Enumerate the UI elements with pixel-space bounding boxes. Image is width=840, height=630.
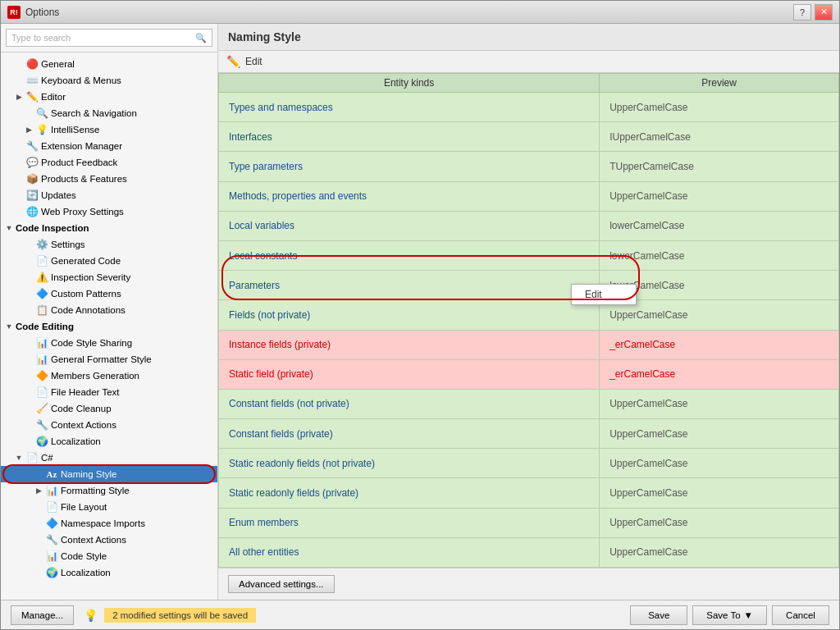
- sidebar-label: File Layout: [61, 502, 107, 512]
- sidebar-label: Keyboard & Menus: [41, 75, 121, 85]
- naming-icon: Az: [45, 468, 58, 481]
- advanced-button[interactable]: Advanced settings...: [228, 575, 335, 593]
- sidebar-item-context[interactable]: 🔧 Context Actions: [1, 417, 217, 433]
- status-info: 💡 2 modified settings will be saved: [84, 608, 630, 623]
- naming-style-row-wrapper: Az Naming Style: [1, 466, 217, 482]
- sidebar-item-cs-context[interactable]: 🔧 Context Actions: [1, 532, 217, 548]
- expander: [14, 207, 24, 217]
- save-button[interactable]: Save: [630, 605, 687, 625]
- sidebar-item-ci-settings[interactable]: ⚙️ Settings: [1, 236, 217, 253]
- sidebar-item-codestyle[interactable]: 📊 Code Style: [1, 548, 217, 564]
- search-icon: 🔍: [195, 33, 207, 43]
- expander: [24, 256, 34, 266]
- expander: [24, 404, 34, 413]
- sidebar-item-nsimports[interactable]: 🔷 Namespace Imports: [1, 515, 217, 532]
- sidebar-item-extension[interactable]: 🔧 Extension Manager: [1, 138, 217, 154]
- sidebar-item-formatter[interactable]: 📊 General Formatter Style: [1, 351, 217, 368]
- edit-link[interactable]: Edit: [245, 56, 262, 67]
- sidebar-item-severity[interactable]: ⚠️ Inspection Severity: [1, 269, 217, 285]
- sidebar-item-editor[interactable]: ▶ ✏️ Editor: [1, 89, 217, 105]
- extension-icon: 🔧: [25, 139, 39, 153]
- manage-button[interactable]: Manage...: [11, 605, 74, 625]
- webproxy-icon: 🌐: [25, 205, 39, 218]
- sidebar-item-patterns[interactable]: 🔷 Custom Patterns: [1, 285, 217, 302]
- settings-icon: ⚙️: [35, 238, 48, 251]
- sidebar-label: Naming Style: [61, 469, 116, 479]
- sidebar-item-annotations[interactable]: 📋 Code Annotations: [1, 302, 217, 318]
- table-row[interactable]: Static readonly fields (private)UpperCam…: [219, 478, 839, 508]
- search-input[interactable]: Type to search 🔍: [6, 29, 212, 47]
- expander: [24, 387, 34, 397]
- table-row[interactable]: Static field (private)_erCamelCase: [219, 359, 839, 389]
- dropdown-arrow-icon: ▼: [744, 610, 753, 620]
- sidebar-item-keyboard[interactable]: ⌨️ Keyboard & Menus: [1, 72, 217, 89]
- edit-bar: ✏️ Edit: [218, 51, 839, 73]
- sidebar-item-filelayout[interactable]: 📄 File Layout: [1, 499, 217, 515]
- sidebar-item-localization[interactable]: 🌍 Localization: [1, 433, 217, 450]
- entity-cell: Constant fields (not private): [219, 389, 600, 418]
- table-row[interactable]: Local variableslowerCamelCase: [219, 211, 839, 240]
- sidebar-item-members[interactable]: 🔶 Members Generation: [1, 368, 217, 384]
- sidebar-item-products[interactable]: 📦 Products & Features: [1, 171, 217, 187]
- sidebar-item-formatting[interactable]: ▶ 📊 Formatting Style: [1, 482, 217, 499]
- close-button[interactable]: ✕: [815, 4, 833, 21]
- expander: ▶: [14, 92, 24, 102]
- localization-icon: 🌍: [35, 435, 48, 448]
- sidebar-label: Settings: [51, 240, 85, 249]
- sidebar-item-intellisense[interactable]: ▶ 💡 IntelliSense: [1, 121, 217, 138]
- table-row[interactable]: Constant fields (not private)UpperCamelC…: [219, 389, 839, 418]
- sidebar-label: Generated Code: [51, 256, 121, 266]
- table-row[interactable]: Type parametersTUpperCamelCase: [219, 152, 839, 181]
- sidebar-item-cleanup[interactable]: 🧹 Code Cleanup: [1, 400, 217, 417]
- section-code-inspection[interactable]: ▼ Code Inspection: [1, 220, 217, 236]
- sidebar-item-fileheader[interactable]: 📄 File Header Text: [1, 384, 217, 400]
- sidebar-item-naming[interactable]: Az Naming Style: [1, 466, 217, 482]
- context-menu: Edit: [571, 284, 637, 305]
- sidebar-item-feedback[interactable]: 💬 Product Feedback: [1, 154, 217, 171]
- sidebar-item-cs-local[interactable]: 🌍 Localization: [1, 564, 217, 581]
- expander: ▶: [24, 125, 34, 135]
- sidebar-item-style-sharing[interactable]: 📊 Code Style Sharing: [1, 335, 217, 351]
- table-row[interactable]: ParameterslowerCamelCase: [219, 271, 839, 300]
- sidebar-item-generated[interactable]: 📄 Generated Code: [1, 253, 217, 269]
- preview-cell: UpperCamelCase: [600, 508, 839, 537]
- save-to-button[interactable]: Save To ▼: [692, 605, 767, 625]
- table-row[interactable]: All other entitiesUpperCamelCase: [219, 537, 839, 567]
- sidebar-item-search[interactable]: 🔍 Search & Navigation: [1, 105, 217, 121]
- formatting-icon: 📊: [45, 484, 58, 497]
- help-button[interactable]: ?: [793, 4, 811, 21]
- expander: [14, 174, 24, 184]
- preview-cell: UpperCamelCase: [600, 389, 839, 418]
- expander: [14, 141, 24, 151]
- sidebar-item-general[interactable]: 🔴 General: [1, 56, 217, 72]
- expander: ▼: [14, 453, 24, 463]
- table-row[interactable]: Instance fields (private)_erCamelCase: [219, 330, 839, 359]
- preview-cell: UpperCamelCase: [600, 181, 839, 211]
- tree-container: 🔴 General ⌨️ Keyboard & Menus ▶ ✏️ Edito…: [1, 52, 217, 600]
- table-row[interactable]: Enum membersUpperCamelCase: [219, 508, 839, 537]
- table-row[interactable]: Methods, properties and eventsUpperCamel…: [219, 181, 839, 211]
- cs-context-icon: 🔧: [45, 533, 58, 546]
- action-buttons: Save Save To ▼ Cancel: [630, 605, 829, 625]
- sidebar-label: Members Generation: [51, 371, 139, 381]
- table-row[interactable]: Types and namespacesUpperCamelCase: [219, 93, 839, 122]
- expander: [14, 190, 24, 200]
- context-menu-edit[interactable]: Edit: [572, 285, 636, 304]
- table-row[interactable]: Local constantslowerCamelCase: [219, 240, 839, 270]
- table-row[interactable]: Static readonly fields (not private)Uppe…: [219, 449, 839, 478]
- expander: [24, 338, 34, 348]
- table-row[interactable]: Constant fields (private)UpperCamelCase: [219, 419, 839, 449]
- sidebar-label: Inspection Severity: [51, 272, 130, 282]
- sidebar-label: Context Actions: [51, 420, 116, 430]
- sidebar-label: Context Actions: [61, 535, 126, 545]
- expander: [24, 436, 34, 446]
- cancel-button[interactable]: Cancel: [772, 605, 829, 625]
- table-row[interactable]: Fields (not private)UpperCamelCase: [219, 300, 839, 330]
- expander: ▼: [4, 223, 14, 233]
- sidebar-item-webproxy[interactable]: 🌐 Web Proxy Settings: [1, 203, 217, 220]
- table-row[interactable]: InterfacesIUpperCamelCase: [219, 122, 839, 152]
- sidebar-item-csharp[interactable]: ▼ 📄 C#: [1, 450, 217, 466]
- sidebar-item-updates[interactable]: 🔄 Updates: [1, 187, 217, 203]
- section-code-editing[interactable]: ▼ Code Editing: [1, 318, 217, 335]
- formatter-icon: 📊: [35, 353, 48, 366]
